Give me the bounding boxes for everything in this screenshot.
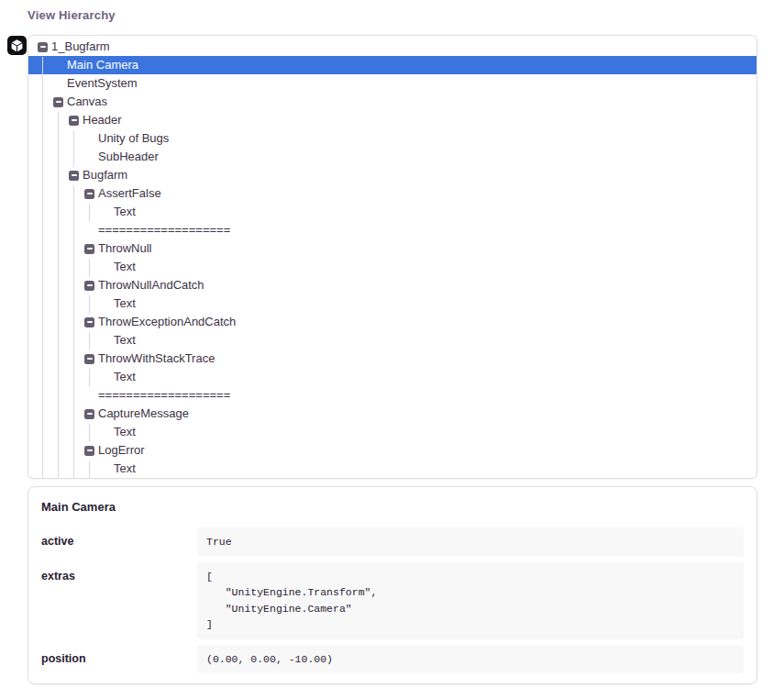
tree-node-label: CaptureMessage <box>98 405 189 423</box>
tree-node-label: ThrowNull <box>98 239 152 258</box>
collapse-minus-icon[interactable] <box>84 281 94 291</box>
detail-row: position(0.00, 0.00, -10.00) <box>39 645 744 674</box>
detail-key: position <box>39 645 197 674</box>
collapse-toggle[interactable] <box>84 244 98 254</box>
collapse-toggle[interactable] <box>84 409 98 419</box>
tree-node-label: Text <box>114 368 136 386</box>
tree-node[interactable]: LogError <box>28 441 756 460</box>
detail-key: extras <box>39 562 197 639</box>
tree-node[interactable]: CaptureMessage <box>28 405 756 423</box>
tree-node-label: Text <box>114 294 136 313</box>
tree-node-label: =================== <box>98 386 230 405</box>
tree-node-label: EventSystem <box>67 74 138 93</box>
tree-node[interactable]: 1_Bugfarm <box>28 38 756 56</box>
tree-node[interactable]: Header <box>28 111 756 129</box>
collapse-minus-icon[interactable] <box>84 244 94 254</box>
collapse-toggle[interactable] <box>53 97 67 107</box>
detail-key: active <box>39 527 197 557</box>
collapse-toggle[interactable] <box>84 189 98 199</box>
collapse-toggle[interactable] <box>84 317 98 327</box>
collapse-minus-icon[interactable] <box>38 42 48 52</box>
view-hierarchy-page: View Hierarchy 1_BugfarmMain CameraEvent… <box>0 0 784 688</box>
detail-row: extras[ "UnityEngine.Transform", "UnityE… <box>39 562 744 639</box>
collapse-toggle[interactable] <box>84 281 98 291</box>
collapse-minus-icon[interactable] <box>69 171 79 181</box>
tree-node-label: ThrowWithStackTrace <box>98 350 215 368</box>
tree-node-label: Canvas <box>67 93 107 111</box>
tree-node[interactable]: ThrowExceptionAndCatch <box>28 313 756 331</box>
tree-node[interactable]: Canvas <box>28 93 756 111</box>
tree-node[interactable]: Text <box>28 331 756 350</box>
tree-rows: 1_BugfarmMain CameraEventSystemCanvasHea… <box>28 36 756 478</box>
tree-node[interactable]: ThrowNullAndCatch <box>28 276 756 294</box>
tree-node[interactable]: Text <box>28 203 756 221</box>
tree-node[interactable]: =================== <box>28 221 756 239</box>
collapse-minus-icon[interactable] <box>84 354 94 364</box>
tree-node-label: Text <box>114 460 136 478</box>
tree-node-label: Text <box>114 331 136 350</box>
unity-logo-icon <box>7 36 27 55</box>
tree-node[interactable]: SubHeader <box>28 148 756 166</box>
collapse-minus-icon[interactable] <box>84 409 94 419</box>
tree-node[interactable]: Text <box>28 423 756 441</box>
tree-node-label: =================== <box>98 221 230 239</box>
detail-value: [ "UnityEngine.Transform", "UnityEngine.… <box>197 562 744 639</box>
collapse-toggle[interactable] <box>84 354 98 364</box>
collapse-minus-icon[interactable] <box>69 116 79 126</box>
tree-node-label: AssertFalse <box>98 184 161 203</box>
tree-node[interactable]: Bugfarm <box>28 166 756 184</box>
tree-node-label: Text <box>114 423 136 441</box>
tree-node-label: ThrowExceptionAndCatch <box>98 313 236 331</box>
collapse-minus-icon[interactable] <box>84 446 94 456</box>
tree-node[interactable]: ThrowNull <box>28 239 756 258</box>
tree-node-label: Main Camera <box>67 56 138 74</box>
tree-node-label: SubHeader <box>98 148 159 166</box>
tree-node-label: Bugfarm <box>83 166 127 184</box>
hierarchy-tree-panel[interactable]: 1_BugfarmMain CameraEventSystemCanvasHea… <box>28 35 757 479</box>
tree-node[interactable]: Text <box>28 294 756 313</box>
detail-value: True <box>197 527 744 557</box>
collapse-minus-icon[interactable] <box>84 317 94 327</box>
detail-rows: activeTrueextras[ "UnityEngine.Transform… <box>39 527 744 673</box>
collapse-toggle[interactable] <box>69 116 83 126</box>
tree-node-label: Text <box>114 258 136 276</box>
tree-node[interactable]: AssertFalse <box>28 184 756 203</box>
tree-node-label: Header <box>83 111 122 129</box>
tree-node[interactable]: Text <box>28 460 756 478</box>
tree-node[interactable]: Text <box>28 368 756 386</box>
collapse-minus-icon[interactable] <box>53 97 63 107</box>
page-title: View Hierarchy <box>28 8 784 22</box>
collapse-toggle[interactable] <box>84 446 98 456</box>
tree-node[interactable]: Text <box>28 258 756 276</box>
tree-node[interactable]: =================== <box>28 386 756 405</box>
tree-node[interactable]: EventSystem <box>28 74 756 93</box>
node-details-panel: Main Camera activeTrueextras[ "UnityEngi… <box>28 486 757 684</box>
tree-node-label: LogError <box>98 441 145 460</box>
selected-node-title: Main Camera <box>41 500 744 514</box>
tree-node[interactable]: Main Camera <box>28 56 756 74</box>
tree-node-label: ThrowNullAndCatch <box>98 276 204 294</box>
tree-node-label: Text <box>114 203 136 221</box>
tree-node-label: 1_Bugfarm <box>51 38 110 56</box>
detail-row: activeTrue <box>39 527 744 557</box>
tree-node-label: Unity of Bugs <box>98 129 169 148</box>
tree-node[interactable]: ThrowWithStackTrace <box>28 350 756 368</box>
collapse-toggle[interactable] <box>38 42 51 52</box>
detail-value: (0.00, 0.00, -10.00) <box>197 645 744 674</box>
tree-node[interactable]: Unity of Bugs <box>28 129 756 148</box>
collapse-minus-icon[interactable] <box>84 189 94 199</box>
collapse-toggle[interactable] <box>69 171 83 181</box>
